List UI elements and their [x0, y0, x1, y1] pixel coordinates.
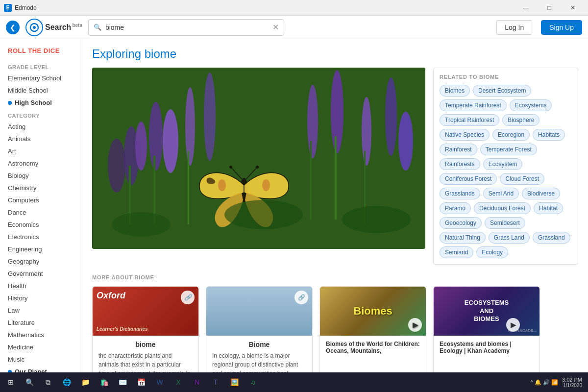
tray-icons: ^ 🔔 🔊 📶	[531, 379, 558, 386]
tag-item[interactable]: Cloud Forest	[500, 173, 544, 185]
tag-item[interactable]: Semidesert	[485, 217, 525, 229]
sidebar-item-economics[interactable]: Economics	[0, 219, 82, 231]
sidebar-item-engineering[interactable]: Engineering	[0, 243, 82, 255]
maximize-button[interactable]: □	[538, 0, 561, 16]
tag-item[interactable]: Semi Arid	[483, 188, 519, 199]
file-explorer-button[interactable]: 📁	[76, 373, 94, 391]
sidebar-item-electronics[interactable]: Electronics	[0, 231, 82, 243]
card-oxford[interactable]: Oxford Learner's Dictionaries 🔗 biome th…	[92, 286, 199, 372]
teams-button[interactable]: T	[207, 373, 224, 391]
window-controls: — □ ✕	[514, 0, 584, 16]
svg-point-22	[218, 179, 226, 191]
sidebar-item-mathematics[interactable]: Mathematics	[0, 329, 82, 341]
login-button[interactable]: Log In	[496, 20, 532, 35]
tag-item[interactable]: Paramo	[440, 202, 471, 214]
tag-item[interactable]: Deciduous Forest	[474, 202, 531, 214]
sidebar-item-art[interactable]: Art	[0, 145, 82, 157]
mail-button[interactable]: ✉️	[114, 373, 131, 391]
clear-search-button[interactable]: ✕	[272, 23, 279, 32]
svg-rect-18	[310, 141, 312, 220]
svg-point-28	[224, 200, 303, 229]
tag-item[interactable]: Natural Thing	[440, 232, 486, 244]
task-view-button[interactable]: ⧉	[39, 373, 57, 391]
tag-item[interactable]: Tropical Rainforest	[440, 114, 499, 126]
tag-item[interactable]: Biomes	[440, 85, 470, 97]
tag-item[interactable]: Ecosystems	[510, 99, 552, 111]
tag-item[interactable]: Grass Land	[489, 232, 530, 244]
sidebar-item-animals[interactable]: Animals	[0, 133, 82, 145]
card-biome[interactable]: 🔗 Biome In ecology, a biome is a major r…	[206, 286, 313, 372]
sidebar-item-elementary[interactable]: Elementary School	[0, 72, 82, 84]
tag-item[interactable]: Desert Ecosystem	[473, 85, 531, 97]
svg-point-8	[163, 109, 178, 173]
search-icon: 🔍	[94, 24, 101, 31]
tag-item[interactable]: Grassland	[533, 232, 570, 244]
sidebar-item-government[interactable]: Government	[0, 268, 82, 280]
tag-item[interactable]: Native Species	[440, 129, 490, 141]
sidebar-item-our-planet[interactable]: Our Planet	[0, 366, 82, 372]
sidebar-item-acting[interactable]: Acting	[0, 121, 82, 133]
sidebar-item-medicine[interactable]: Medicine	[0, 341, 82, 353]
search-taskbar-button[interactable]: 🔍	[21, 373, 38, 391]
svg-point-9	[108, 139, 125, 193]
svg-point-1	[33, 26, 36, 29]
tag-item[interactable]: Ecoregion	[492, 129, 530, 141]
svg-point-30	[342, 206, 411, 233]
tag-item[interactable]: Rainforest	[440, 144, 477, 155]
svg-rect-19	[335, 136, 337, 220]
svg-point-13	[385, 77, 397, 156]
tag-item[interactable]: Habitats	[533, 129, 565, 141]
card-khan[interactable]: ECOSYSTEMSANDBIOMES KHANACADE... ▶ Ecosy…	[433, 286, 540, 372]
tag-item[interactable]: Grasslands	[440, 188, 480, 199]
sidebar-item-chemistry[interactable]: Chemistry	[0, 182, 82, 194]
search-input[interactable]	[105, 24, 272, 31]
tag-item[interactable]: Habitat	[534, 202, 563, 214]
onenote-button[interactable]: N	[188, 373, 206, 391]
sidebar-item-middle[interactable]: Middle School	[0, 84, 82, 97]
signup-button[interactable]: Sign Up	[541, 20, 582, 35]
app-title: Edmodo	[15, 4, 514, 11]
tag-item[interactable]: Ecosystem	[483, 158, 523, 170]
sidebar-item-history[interactable]: History	[0, 292, 82, 304]
svg-point-5	[149, 102, 163, 171]
tag-item[interactable]: Semiarid	[440, 246, 473, 258]
tag-item[interactable]: Biodiverse	[522, 188, 560, 199]
minimize-button[interactable]: —	[514, 0, 537, 16]
sidebar-item-astronomy[interactable]: Astronomy	[0, 157, 82, 170]
sidebar-item-geography[interactable]: Geography	[0, 255, 82, 268]
word-button[interactable]: W	[151, 373, 169, 391]
hero-image	[92, 68, 425, 249]
start-button[interactable]: ⊞	[2, 373, 20, 391]
sidebar-item-music[interactable]: Music	[0, 353, 82, 366]
excel-button[interactable]: X	[170, 373, 187, 391]
sidebar-item-high[interactable]: High School	[0, 97, 82, 109]
back-button[interactable]: ❮	[6, 21, 20, 34]
sidebar-item-literature[interactable]: Literature	[0, 317, 82, 329]
roll-dice-button[interactable]: ROLL THE DICE	[0, 45, 82, 60]
title-bar: E Edmodo — □ ✕	[0, 0, 588, 16]
svg-point-12	[362, 97, 371, 166]
tag-item[interactable]: Biosphere	[502, 114, 539, 126]
spotify-button[interactable]: ♫	[244, 373, 262, 391]
cards-row: Oxford Learner's Dictionaries 🔗 biome th…	[92, 286, 578, 372]
search-bar[interactable]: 🔍 ✕	[88, 19, 284, 36]
sidebar-item-health[interactable]: Health	[0, 280, 82, 292]
tag-item[interactable]: Temperate Forest	[480, 144, 537, 155]
sidebar-item-computers[interactable]: Computers	[0, 194, 82, 206]
sidebar-item-biology[interactable]: Biology	[0, 170, 82, 182]
clock: 3:02 PM 1/1/2020	[562, 377, 582, 388]
tag-item[interactable]: Ecology	[476, 246, 508, 258]
calendar-button[interactable]: 📅	[132, 373, 150, 391]
tag-item[interactable]: Geoecology	[440, 217, 482, 229]
sidebar-item-dance[interactable]: Dance	[0, 206, 82, 219]
card-biomes-world[interactable]: Biomes ▶ Biomes of the World for Childre…	[319, 286, 426, 372]
tag-item[interactable]: Rainforests	[440, 158, 480, 170]
edge-button[interactable]: 🌐	[58, 373, 75, 391]
tags-container: BiomesDesert EcosystemTemperate Rainfore…	[440, 85, 572, 258]
photos-button[interactable]: 🖼️	[225, 373, 243, 391]
tag-item[interactable]: Coniferous Forest	[440, 173, 497, 185]
close-button[interactable]: ✕	[562, 0, 584, 16]
sidebar-item-law[interactable]: Law	[0, 304, 82, 317]
tag-item[interactable]: Temperate Rainforest	[440, 99, 507, 111]
store-button[interactable]: 🛍️	[95, 373, 113, 391]
